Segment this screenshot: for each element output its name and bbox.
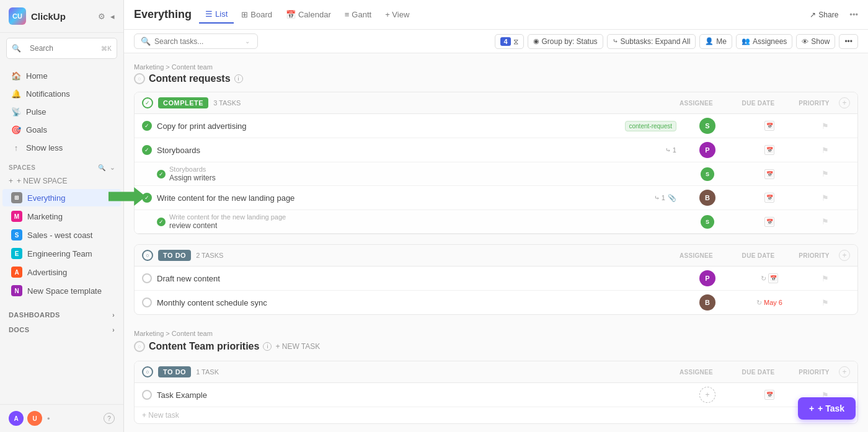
todo-status-badge: TO DO <box>158 250 191 261</box>
add-task-complete-button[interactable]: + <box>839 97 850 108</box>
breadcrumb-content-team: Content team <box>166 63 213 71</box>
show-button[interactable]: 👁 Show <box>796 34 835 49</box>
docs-label: DOCS <box>9 326 29 333</box>
subtasks-button[interactable]: ⤷ Subtasks: Expand All <box>607 34 696 49</box>
subtask-row: Storyboards Assign writers S 📅 ⚑ <box>135 162 857 186</box>
settings-icon[interactable]: ⚙ <box>98 12 105 21</box>
table-row: Task Example + 📅 ⚑ <box>135 383 857 407</box>
task-4-priority: ⚑ <box>800 274 850 283</box>
sidebar-item-notifications[interactable]: 🔔 Notifications <box>2 85 121 102</box>
sidebar: CU ClickUp ⚙ ◂ 🔍 ⌘K 🏠 Home 🔔 Notificatio… <box>0 0 124 432</box>
sidebar-item-goals[interactable]: 🎯 Goals <box>2 121 121 138</box>
expand-spaces-icon[interactable]: ⌄ <box>110 164 115 171</box>
tab-list[interactable]: ☰ List <box>199 6 234 24</box>
subtask-count-3[interactable]: ⤷ 1 <box>654 194 665 202</box>
sidebar-item-advertising[interactable]: A Advertising <box>2 263 121 281</box>
task-check-tp1[interactable] <box>142 390 152 400</box>
search-icon: 🔍 <box>12 44 21 53</box>
bell-icon: 🔔 <box>11 89 21 99</box>
user-icon: 👤 <box>705 37 714 45</box>
task-tp1-due: 📅 <box>738 390 800 400</box>
more-toolbar-button[interactable]: ••• <box>839 34 858 49</box>
sidebar-item-everything[interactable]: ⊞ Everything <box>2 189 121 206</box>
search-spaces-icon[interactable]: 🔍 <box>98 164 106 171</box>
assignees-button[interactable]: 👥 Assignees <box>736 34 792 49</box>
task-search-input[interactable] <box>154 37 241 46</box>
todo-group-2-header: ○ TO DO 1 TASK ASSIGNEE DUE DATE PRIORIT… <box>135 361 857 383</box>
cal-icon-1: 📅 <box>764 121 774 131</box>
table-row: Storyboards ⤷ 1 P 📅 ⚑ <box>135 138 857 162</box>
sidebar-item-show-less[interactable]: ↑ Show less <box>2 139 121 156</box>
tab-board[interactable]: ⊞ Board <box>235 6 278 23</box>
help-icon[interactable]: ? <box>104 413 115 424</box>
more-options-icon[interactable]: ••• <box>849 10 858 19</box>
task-name-4: Draft new content <box>157 274 676 283</box>
empty-assignee-icon: + <box>699 387 715 403</box>
subtask-2-due: 📅 <box>738 169 800 179</box>
filter-button[interactable]: 4 ⧖ <box>495 34 523 49</box>
task-check-5[interactable] <box>142 298 152 307</box>
group-by-button[interactable]: ◉ Group by: Status <box>528 34 603 49</box>
breadcrumb-marketing-2: Marketing <box>134 330 164 337</box>
sidebar-item-engineering[interactable]: E Engineering Team <box>2 245 121 262</box>
reschedule-icon-5: ↻ <box>756 299 762 307</box>
task-check-1[interactable] <box>142 121 152 131</box>
table-row: Monthly content schedule sync B ↻May 6 ⚑ <box>135 291 857 314</box>
add-task-todo-2-button[interactable]: + <box>839 366 850 377</box>
todo-2-task-count: 1 TASK <box>196 368 219 376</box>
sidebar-item-home[interactable]: 🏠 Home <box>2 67 121 84</box>
tab-add-view[interactable]: + View <box>379 6 415 23</box>
flag-icon-2: ⚑ <box>822 146 829 155</box>
search-input[interactable] <box>25 41 97 56</box>
table-row: Write content for the new landing page ⤷… <box>135 186 857 210</box>
subtask-count-2[interactable]: ⤷ 1 <box>665 146 676 154</box>
add-task-todo-button[interactable]: + <box>839 250 850 261</box>
tab-gantt[interactable]: ≡ Gantt <box>339 6 378 23</box>
me-button[interactable]: 👤 Me <box>699 34 732 49</box>
todo-group-2-icon: ○ <box>142 366 153 377</box>
new-task-button[interactable]: + NEW TASK <box>275 340 320 353</box>
group-by-label: Group by: Status <box>542 37 598 46</box>
subtask-name-2: Assign writers <box>169 174 216 182</box>
avatar-purple-4: P <box>699 270 715 286</box>
collapse-icon[interactable]: ◂ <box>110 12 115 21</box>
todo-assignee-col-header: ASSIGNEE <box>665 252 727 259</box>
user-avatar-2[interactable]: U <box>27 411 42 426</box>
cal-icon-3s: 📅 <box>764 217 774 227</box>
reschedule-icon-4: ↻ <box>761 275 766 283</box>
dashboards-section[interactable]: DASHBOARDS › <box>0 307 123 322</box>
user-avatar-1[interactable]: A <box>9 411 24 426</box>
task-search-bar[interactable]: 🔍 ⌄ <box>134 33 258 49</box>
add-view-label: + View <box>385 10 409 19</box>
search-dropdown-icon[interactable]: ⌄ <box>245 38 250 45</box>
sidebar-item-marketing[interactable]: M Marketing <box>2 208 121 225</box>
sidebar-item-pulse-label: Pulse <box>26 107 46 117</box>
subtask-check-3[interactable] <box>157 218 166 226</box>
tab-calendar[interactable]: 📅 Calendar <box>280 6 337 23</box>
sidebar-search-bar[interactable]: 🔍 ⌘K <box>6 38 117 59</box>
sidebar-logo: CU ClickUp ⚙ ◂ <box>0 0 123 33</box>
content-requests-info-icon[interactable]: i <box>234 74 243 83</box>
task-check-2[interactable] <box>142 145 152 155</box>
advertising-badge: A <box>11 267 22 278</box>
todo-priority-col-header: PRIORITY <box>789 252 839 259</box>
add-task-button[interactable]: + + Task <box>798 397 856 420</box>
sidebar-item-sales[interactable]: S Sales - west coast <box>2 226 121 244</box>
share-button[interactable]: ↗ Share <box>804 7 844 22</box>
show-label: Show <box>811 37 830 46</box>
subtask-check-2[interactable] <box>157 170 166 179</box>
task-1-due: 📅 <box>738 121 800 131</box>
content-priorities-info-icon[interactable]: i <box>263 342 272 351</box>
task-2-meta: P 📅 ⚑ <box>676 142 850 158</box>
main-area: Everything ☰ List ⊞ Board 📅 Calendar ≡ G… <box>124 0 868 432</box>
user-dot-menu[interactable]: • <box>47 414 50 423</box>
task-check-4[interactable] <box>142 273 152 283</box>
new-space-button[interactable]: + + NEW SPACE <box>0 174 123 188</box>
due-col-header: DUE DATE <box>727 100 789 107</box>
avatar-s1: S <box>699 118 715 134</box>
new-task-row[interactable]: + New task <box>135 407 857 423</box>
sidebar-item-new-space-template[interactable]: N New Space template <box>2 282 121 299</box>
docs-section[interactable]: DOCS › <box>0 322 123 337</box>
sales-badge: S <box>11 229 22 240</box>
sidebar-item-pulse[interactable]: 📡 Pulse <box>2 103 121 120</box>
